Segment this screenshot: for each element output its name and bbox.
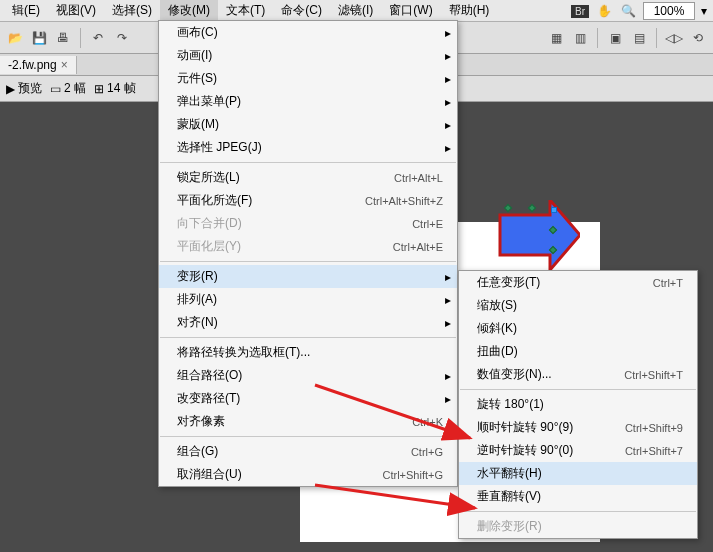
- preview-button[interactable]: ▶ 预览: [6, 80, 42, 97]
- menu-item[interactable]: 顺时针旋转 90°(9)Ctrl+Shift+9: [459, 416, 697, 439]
- submenu-arrow-icon: ▸: [445, 293, 451, 307]
- menu-item[interactable]: 选择性 JPEG(J)▸: [159, 136, 457, 159]
- dropdown-icon[interactable]: ▾: [701, 4, 707, 18]
- menu-item-label: 变形(R): [177, 268, 443, 285]
- menu-item[interactable]: 水平翻转(H): [459, 462, 697, 485]
- submenu-arrow-icon: ▸: [445, 72, 451, 86]
- menu-shortcut: Ctrl+T: [653, 277, 683, 289]
- flip-h-icon[interactable]: ◁▷: [665, 29, 683, 47]
- submenu-arrow-icon: ▸: [445, 392, 451, 406]
- menu-item-label: 缩放(S): [477, 297, 683, 314]
- menu-item: 向下合并(D)Ctrl+E: [159, 212, 457, 235]
- menu-item[interactable]: 锁定所选(L)Ctrl+Alt+L: [159, 166, 457, 189]
- zoom-icon[interactable]: 🔍: [619, 2, 637, 20]
- open-icon[interactable]: 📂: [6, 29, 24, 47]
- menu-shortcut: Ctrl+E: [412, 218, 443, 230]
- menu-item-label: 改变路径(T): [177, 390, 443, 407]
- menu-item-label: 扭曲(D): [477, 343, 683, 360]
- menu-item[interactable]: 取消组合(U)Ctrl+Shift+G: [159, 463, 457, 486]
- submenu-arrow-icon: ▸: [445, 26, 451, 40]
- menu-item[interactable]: 平面化所选(F)Ctrl+Alt+Shift+Z: [159, 189, 457, 212]
- menu-item[interactable]: 改变路径(T)▸: [159, 387, 457, 410]
- tool-icon-2[interactable]: ▥: [571, 29, 589, 47]
- tab-label: -2.fw.png: [8, 58, 57, 72]
- menu-item[interactable]: 对齐像素Ctrl+K: [159, 410, 457, 433]
- menu-item[interactable]: 对齐(N)▸: [159, 311, 457, 334]
- menu-item[interactable]: 数值变形(N)...Ctrl+Shift+T: [459, 363, 697, 386]
- arrow-shape[interactable]: [480, 200, 580, 280]
- tool-icon-4[interactable]: ▤: [630, 29, 648, 47]
- menu-shortcut: Ctrl+Shift+9: [625, 422, 683, 434]
- menu-shortcut: Ctrl+Alt+Shift+Z: [365, 195, 443, 207]
- menu-modify[interactable]: 修改(M): [160, 0, 218, 21]
- hand-icon[interactable]: ✋: [595, 2, 613, 20]
- menu-shortcut: Ctrl+Shift+G: [382, 469, 443, 481]
- menu-item-label: 水平翻转(H): [477, 465, 683, 482]
- menu-item-label: 弹出菜单(P): [177, 93, 443, 110]
- menu-item-label: 将路径转换为选取框(T)...: [177, 344, 443, 361]
- menu-item-label: 取消组合(U): [177, 466, 382, 483]
- menu-item-label: 蒙版(M): [177, 116, 443, 133]
- menu-item-label: 排列(A): [177, 291, 443, 308]
- menu-commands[interactable]: 命令(C): [273, 0, 330, 21]
- menu-item-label: 旋转 180°(1): [477, 396, 683, 413]
- menu-item-label: 对齐(N): [177, 314, 443, 331]
- menu-item-label: 组合(G): [177, 443, 411, 460]
- menu-item-label: 垂直翻转(V): [477, 488, 683, 505]
- menu-item[interactable]: 画布(C)▸: [159, 21, 457, 44]
- menu-item[interactable]: 逆时针旋转 90°(0)Ctrl+Shift+7: [459, 439, 697, 462]
- bridge-icon[interactable]: Br: [571, 5, 589, 18]
- menu-item-label: 元件(S): [177, 70, 443, 87]
- menu-item-label: 选择性 JPEG(J): [177, 139, 443, 156]
- menu-help[interactable]: 帮助(H): [441, 0, 498, 21]
- rotate-icon[interactable]: ⟲: [689, 29, 707, 47]
- menu-item-label: 平面化层(Y): [177, 238, 393, 255]
- menu-item[interactable]: 弹出菜单(P)▸: [159, 90, 457, 113]
- menu-filters[interactable]: 滤镜(I): [330, 0, 381, 21]
- menu-item: 平面化层(Y)Ctrl+Alt+E: [159, 235, 457, 258]
- menu-item[interactable]: 倾斜(K): [459, 317, 697, 340]
- two-up-button[interactable]: ▭ 2 幅: [50, 80, 86, 97]
- four-up-button[interactable]: ⊞ 14 帧: [94, 80, 136, 97]
- menu-item-label: 对齐像素: [177, 413, 412, 430]
- menu-item[interactable]: 任意变形(T)Ctrl+T: [459, 271, 697, 294]
- zoom-input[interactable]: [643, 2, 695, 20]
- close-icon[interactable]: ×: [61, 58, 68, 72]
- tool-icon-1[interactable]: ▦: [547, 29, 565, 47]
- tool-icon-3[interactable]: ▣: [606, 29, 624, 47]
- menu-window[interactable]: 窗口(W): [381, 0, 440, 21]
- menu-item-label: 平面化所选(F): [177, 192, 365, 209]
- transform-submenu: 任意变形(T)Ctrl+T缩放(S)倾斜(K)扭曲(D)数值变形(N)...Ct…: [458, 270, 698, 539]
- modify-menu: 画布(C)▸动画(I)▸元件(S)▸弹出菜单(P)▸蒙版(M)▸选择性 JPEG…: [158, 20, 458, 487]
- menu-item[interactable]: 垂直翻转(V): [459, 485, 697, 508]
- menu-view[interactable]: 视图(V): [48, 0, 104, 21]
- menu-item-label: 删除变形(R): [477, 518, 683, 535]
- menu-item[interactable]: 组合(G)Ctrl+G: [159, 440, 457, 463]
- document-tab[interactable]: -2.fw.png ×: [0, 56, 77, 74]
- save-icon[interactable]: 💾: [30, 29, 48, 47]
- print-icon[interactable]: 🖶: [54, 29, 72, 47]
- menu-text[interactable]: 文本(T): [218, 0, 273, 21]
- menu-item[interactable]: 缩放(S): [459, 294, 697, 317]
- menu-item-label: 向下合并(D): [177, 215, 412, 232]
- menu-item-label: 动画(I): [177, 47, 443, 64]
- menu-select[interactable]: 选择(S): [104, 0, 160, 21]
- menu-item[interactable]: 元件(S)▸: [159, 67, 457, 90]
- menu-item[interactable]: 蒙版(M)▸: [159, 113, 457, 136]
- submenu-arrow-icon: ▸: [445, 49, 451, 63]
- menu-item[interactable]: 排列(A)▸: [159, 288, 457, 311]
- submenu-arrow-icon: ▸: [445, 141, 451, 155]
- menu-item[interactable]: 旋转 180°(1): [459, 393, 697, 416]
- redo-icon[interactable]: ↷: [113, 29, 131, 47]
- menu-item-label: 逆时针旋转 90°(0): [477, 442, 625, 459]
- submenu-arrow-icon: ▸: [445, 369, 451, 383]
- menu-item[interactable]: 扭曲(D): [459, 340, 697, 363]
- menu-item-label: 顺时针旋转 90°(9): [477, 419, 625, 436]
- undo-icon[interactable]: ↶: [89, 29, 107, 47]
- menu-item[interactable]: 动画(I)▸: [159, 44, 457, 67]
- menu-item[interactable]: 变形(R)▸: [159, 265, 457, 288]
- menu-edit[interactable]: 辑(E): [4, 0, 48, 21]
- menu-item-label: 倾斜(K): [477, 320, 683, 337]
- menu-item[interactable]: 将路径转换为选取框(T)...: [159, 341, 457, 364]
- menu-item[interactable]: 组合路径(O)▸: [159, 364, 457, 387]
